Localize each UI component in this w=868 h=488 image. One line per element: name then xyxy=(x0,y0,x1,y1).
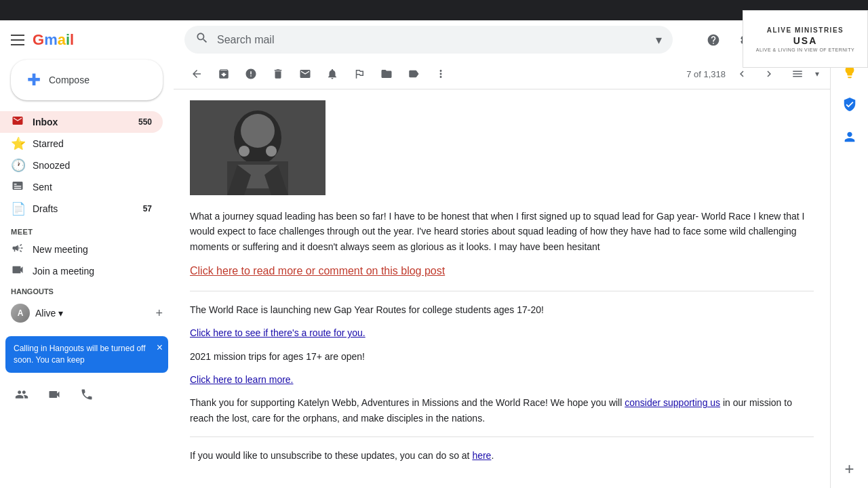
contacts-icon[interactable] xyxy=(836,123,863,150)
sent-label: Sent xyxy=(33,182,52,192)
snooze-button[interactable] xyxy=(320,62,344,86)
sidebar-item-starred[interactable]: ⭐ Starred xyxy=(0,133,163,155)
email-toolbar: 7 of 1,318 ▾ xyxy=(174,59,830,89)
compose-label: Compose xyxy=(49,75,90,85)
inbox-badge: 550 xyxy=(138,117,152,127)
join-meeting-icon xyxy=(11,264,24,279)
search-dropdown-icon[interactable]: ▾ xyxy=(656,33,662,47)
route-link[interactable]: Click here to see if there's a route for… xyxy=(190,327,366,338)
search-input[interactable] xyxy=(217,34,648,46)
sidebar-item-snoozed[interactable]: 🕐 Snoozed xyxy=(0,155,163,176)
hangouts-notification-text: Calling in Hangouts will be turned off s… xyxy=(14,343,160,366)
svg-point-3 xyxy=(241,114,275,148)
drafts-badge: 57 xyxy=(143,204,152,214)
search-bar[interactable]: ▾ xyxy=(184,26,673,54)
tasks-icon[interactable] xyxy=(836,91,863,118)
unsubscribe-link[interactable]: here xyxy=(472,450,491,461)
watermark-line1: ALIVE MINISTRIES xyxy=(767,26,844,34)
compose-plus-icon: ✚ xyxy=(27,70,41,89)
drafts-label: Drafts xyxy=(33,203,58,214)
sidebar-item-inbox[interactable]: Inbox 550 xyxy=(0,111,163,133)
watermark: ALIVE MINISTRIES USA ALIVE & LIVING IN V… xyxy=(743,10,868,68)
inbox-label: Inbox xyxy=(33,117,58,127)
task-button[interactable] xyxy=(347,62,372,86)
email-body-text: What a journey squad leading has been so… xyxy=(190,209,814,254)
hamburger-menu[interactable] xyxy=(11,35,24,45)
snoozed-label: Snoozed xyxy=(33,160,70,171)
mission-text: 2021 mission trips for ages 17+ are open… xyxy=(190,349,814,364)
hangouts-username: Alive ▾ xyxy=(35,308,150,319)
svg-point-7 xyxy=(239,146,250,157)
help-icon[interactable] xyxy=(700,26,727,54)
hangout-phone-icon[interactable] xyxy=(76,384,98,405)
sidebar-item-join-meeting[interactable]: Join a meeting xyxy=(0,260,163,282)
hangout-icon-row xyxy=(0,378,174,411)
add-icon[interactable]: + xyxy=(836,455,863,483)
sidebar-item-new-meeting[interactable]: New meeting xyxy=(0,239,163,260)
sent-icon xyxy=(11,180,24,195)
join-meeting-label: Join a meeting xyxy=(33,266,94,277)
search-bar-container: ▾ A xyxy=(174,20,830,59)
divider-2 xyxy=(190,436,814,437)
hangouts-avatar: A xyxy=(11,304,30,323)
email-content: What a journey squad leading has been so… xyxy=(174,89,830,488)
support-link[interactable]: consider supporting us xyxy=(625,397,720,408)
sidebar-item-drafts[interactable]: 📄 Drafts 57 xyxy=(0,198,163,220)
hangouts-user: A Alive ▾ + xyxy=(11,301,163,325)
starred-label: Starred xyxy=(33,138,64,149)
view-dropdown-icon[interactable]: ▾ xyxy=(815,69,819,79)
hangouts-notification-close[interactable]: × xyxy=(157,342,163,354)
search-icon xyxy=(195,31,209,48)
watermark-line3: ALIVE & LIVING IN VIEW OF ETERNITY xyxy=(756,47,854,52)
divider-1 xyxy=(190,291,814,291)
label-button[interactable] xyxy=(401,62,426,86)
more-button[interactable] xyxy=(429,62,453,86)
snoozed-icon: 🕐 xyxy=(11,158,24,173)
hangouts-add-button[interactable]: + xyxy=(155,306,163,321)
spam-button[interactable] xyxy=(239,62,263,86)
gmail-logo: Gmail xyxy=(33,31,74,49)
hangouts-section-label: Hangouts xyxy=(11,287,163,296)
delete-button[interactable] xyxy=(266,62,290,86)
svg-point-8 xyxy=(266,146,277,157)
world-race-text: The World Race is launching new Gap Year… xyxy=(190,302,814,317)
mark-unread-button[interactable] xyxy=(293,62,317,86)
hangout-video-icon[interactable] xyxy=(43,384,65,405)
blog-link[interactable]: Click here to read more or comment on th… xyxy=(190,265,445,277)
new-meeting-label: New meeting xyxy=(33,244,88,255)
new-meeting-icon xyxy=(11,242,24,258)
support-text: Thank you for supporting Katelyn Webb, A… xyxy=(190,395,814,426)
learn-link[interactable]: Click here to learn more. xyxy=(190,374,294,385)
email-image xyxy=(190,100,326,198)
pagination-text: 7 of 1,318 xyxy=(686,69,726,79)
back-button[interactable] xyxy=(184,62,209,86)
starred-icon: ⭐ xyxy=(11,136,24,151)
hangout-people-icon[interactable] xyxy=(11,384,33,405)
right-panel: + xyxy=(830,20,868,488)
hangouts-notification: × Calling in Hangouts will be turned off… xyxy=(5,336,168,373)
compose-button[interactable]: ✚ Compose xyxy=(11,60,163,100)
meet-section-label: Meet xyxy=(0,220,174,239)
archive-button[interactable] xyxy=(212,62,236,86)
unsubscribe-text: If you would like to unsubscribe to thes… xyxy=(190,448,814,463)
watermark-line2: USA xyxy=(793,35,818,46)
inbox-icon xyxy=(11,115,24,130)
sidebar-item-sent[interactable]: Sent xyxy=(0,176,163,198)
drafts-icon: 📄 xyxy=(11,201,24,216)
move-button[interactable] xyxy=(374,62,399,86)
